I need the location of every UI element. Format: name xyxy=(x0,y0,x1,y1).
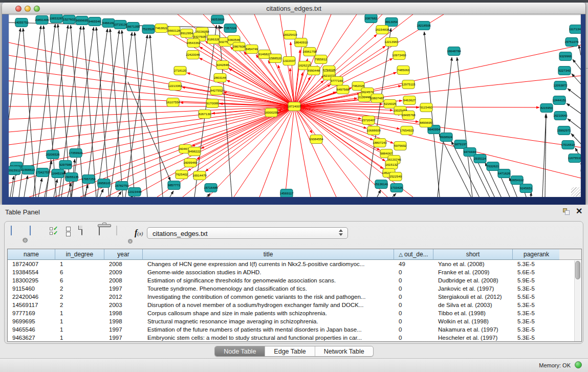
graph-node[interactable]: 18807243 xyxy=(373,139,387,147)
graph-node[interactable]: 2803144 xyxy=(214,74,227,82)
table-cell[interactable]: 2008 xyxy=(104,276,143,285)
table-cell[interactable]: 9463627 xyxy=(8,334,55,342)
graph-node[interactable]: 11645194 xyxy=(51,169,65,178)
table-cell[interactable]: 0 xyxy=(394,276,433,285)
table-cell[interactable]: Hescheler et al. (1997) xyxy=(433,334,513,342)
graph-node[interactable]: 7357224 xyxy=(224,24,237,33)
table-cell[interactable]: Estimation of the future numbers of pati… xyxy=(143,325,394,334)
graph-node[interactable]: 2935114 xyxy=(474,155,486,163)
table-cell[interactable]: 2 xyxy=(55,293,104,301)
graph-node[interactable]: 10654112 xyxy=(510,176,524,185)
table-cell[interactable]: Wolkin et al. (1998) xyxy=(433,317,513,325)
graph-node[interactable]: 18218506 xyxy=(417,21,431,30)
table-row[interactable]: 946362711997Embryonic stem cells: a mode… xyxy=(8,334,560,342)
graph-node[interactable]: 10653287 xyxy=(49,14,63,23)
graph-node[interactable]: 15992971 xyxy=(557,126,571,135)
graph-node[interactable]: 8813054 xyxy=(385,18,398,27)
graph-node[interactable]: 22420046 xyxy=(186,51,200,59)
table-cell[interactable]: 1 xyxy=(55,325,104,334)
table-cell[interactable]: Structural magnetic resonance image aver… xyxy=(143,317,394,325)
table-cell[interactable]: 0 xyxy=(394,293,433,301)
graph-node[interactable]: 10688609 xyxy=(366,126,381,135)
graph-node[interactable]: 10973493 xyxy=(392,51,406,60)
graph-node[interactable]: 16053809 xyxy=(210,15,225,24)
graph-node[interactable]: 8912954 xyxy=(181,29,193,38)
graph-node[interactable]: 2087682 xyxy=(365,14,378,23)
graph-node[interactable]: 7632621 xyxy=(487,162,499,171)
table-cell[interactable]: 0 xyxy=(394,285,433,293)
graph-node[interactable]: 12213363 xyxy=(168,82,182,91)
graph-node[interactable]: 1588520 xyxy=(269,54,282,63)
graph-node[interactable]: 16099469 xyxy=(183,159,198,167)
graph-node[interactable]: 9660128 xyxy=(168,27,181,35)
graph-node[interactable]: 20891406 xyxy=(35,16,49,25)
table-cell[interactable]: 19384554 xyxy=(8,268,55,276)
graph-node[interactable]: 17654923 xyxy=(400,126,414,135)
graph-node[interactable]: 7955812 xyxy=(315,55,328,64)
table-cell[interactable]: 1997 xyxy=(104,334,143,342)
graph-node[interactable]: 19384554 xyxy=(309,135,323,144)
graph-node[interactable]: 6497568 xyxy=(337,85,350,94)
graph-node[interactable]: 18325419 xyxy=(283,31,297,39)
table-cell[interactable]: 1997 xyxy=(104,285,143,293)
table-cell[interactable]: 0 xyxy=(394,325,433,334)
resize-grip[interactable] xyxy=(571,187,580,196)
table-cell[interactable]: 1 xyxy=(55,334,104,342)
graph-node[interactable]: 8215953 xyxy=(540,104,553,113)
graph-node[interactable]: 15720407 xyxy=(361,116,376,125)
graph-node[interactable]: 11171343 xyxy=(569,25,581,34)
graph-node[interactable]: 9699695 xyxy=(76,16,89,25)
graph-node[interactable]: 10719134 xyxy=(113,20,127,29)
table-cell[interactable]: 1 xyxy=(55,260,104,268)
graph-node[interactable]: 14569117 xyxy=(279,189,294,198)
table-cell[interactable]: 0 xyxy=(394,334,433,342)
network-graph[interactable]: 1405575220891406106532871527602969969594… xyxy=(9,14,581,197)
table-cell[interactable]: 2003 xyxy=(104,301,143,309)
table-cell[interactable]: Corpus callosum shape and size in male p… xyxy=(143,309,394,317)
graph-node[interactable]: 8899695 xyxy=(420,119,432,127)
graph-node[interactable]: 17957253 xyxy=(81,175,96,184)
graph-node[interactable]: 2867608 xyxy=(233,42,246,51)
table-row[interactable]: 946554611997Estimation of the future num… xyxy=(8,325,560,334)
graph-node[interactable]: 16154838 xyxy=(375,26,389,34)
new-file-button[interactable] xyxy=(81,226,97,242)
table-cell[interactable]: Disruption of a novel member of a sodium… xyxy=(143,301,394,309)
table-cell[interactable]: Investigating the contribution of common… xyxy=(143,293,394,301)
table-cell[interactable]: 1 xyxy=(55,317,104,325)
table-cell[interactable]: 49 xyxy=(394,260,433,268)
table-cell[interactable]: 5.9E-5 xyxy=(513,276,560,285)
table-source-dropdown[interactable]: citations_edges.txt xyxy=(147,227,348,239)
table-cell[interactable]: 5.3E-5 xyxy=(513,334,560,342)
graph-node[interactable]: 9498222 xyxy=(188,147,201,156)
graph-node[interactable]: 9242848 xyxy=(216,61,229,70)
graph-node[interactable]: 11675533 xyxy=(568,154,581,163)
graph-node[interactable]: 7485063 xyxy=(397,66,410,75)
graph-node[interactable]: 18300295 xyxy=(264,108,278,117)
vertical-scrollbar[interactable] xyxy=(574,260,581,341)
table-cell[interactable]: 2 xyxy=(55,301,104,309)
graph-node[interactable]: 9227343 xyxy=(558,67,571,75)
table-row[interactable]: 969969511998Structural magnetic resonanc… xyxy=(8,317,560,325)
column-header-title[interactable]: title xyxy=(143,249,394,260)
graph-node[interactable]: 2718120 xyxy=(174,67,187,75)
graph-node[interactable]: 15055135 xyxy=(64,173,79,182)
graph-node[interactable]: 18495768 xyxy=(401,111,416,120)
graph-node[interactable]: 6879197 xyxy=(454,140,467,149)
table-row[interactable]: 1456911722003Disruption of a novel membe… xyxy=(8,301,560,309)
graph-node[interactable]: 17342757 xyxy=(35,168,50,177)
graph-node[interactable]: 16782753 xyxy=(115,182,129,190)
table-cell[interactable]: 5.3E-5 xyxy=(513,285,560,293)
table-cell[interactable]: 2009 xyxy=(104,268,143,276)
graph-node[interactable]: 3915911 xyxy=(9,166,20,175)
table-cell[interactable]: 2012 xyxy=(104,293,143,301)
graph-node[interactable]: 1733426 xyxy=(390,184,403,192)
checklist-button[interactable]: ✓ ✓ xyxy=(50,226,65,242)
graph-node[interactable]: 7463822 xyxy=(155,24,168,33)
table-cell[interactable]: 0 xyxy=(394,301,433,309)
graph-node[interactable]: 16210643 xyxy=(553,112,568,120)
table-cell[interactable]: 9465546 xyxy=(8,325,55,334)
graph-node[interactable]: 9245651 xyxy=(520,184,533,193)
table-row[interactable]: 1830029562008Estimation of significance … xyxy=(8,276,560,285)
table-cell[interactable]: 6 xyxy=(55,268,104,276)
graph-node[interactable]: 7515526 xyxy=(142,25,155,34)
